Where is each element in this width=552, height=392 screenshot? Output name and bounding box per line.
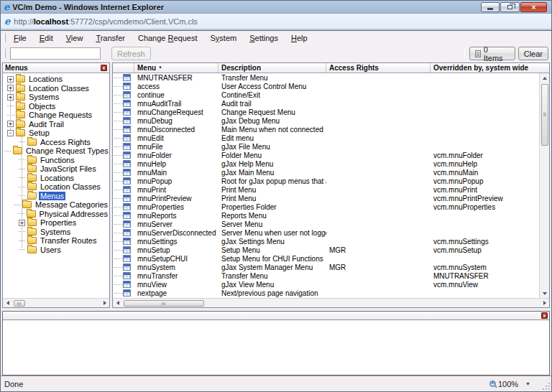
- minimize-button[interactable]: [481, 2, 500, 12]
- menu-edit[interactable]: Edit: [33, 32, 60, 44]
- table-row[interactable]: mnuPropertiesProperties Foldervcm.mnuPro…: [113, 202, 539, 211]
- tree-item-systems[interactable]: +Systems: [3, 93, 109, 102]
- table-row[interactable]: mnuPrintPrint Menuvcm.mnuPrint: [113, 185, 539, 194]
- menu-grid-icon: [123, 169, 131, 176]
- table-row[interactable]: mnuServerDisconnectedServer Menu when us…: [113, 228, 539, 237]
- tree-item-transfer-routes[interactable]: Transfer Routes: [3, 236, 109, 246]
- table-row[interactable]: mnuChangeRequestChange Request Menu: [113, 108, 539, 116]
- tree-item-change-requests[interactable]: Change Requests: [3, 111, 109, 120]
- items-count-button[interactable]: 0 Items: [469, 47, 515, 60]
- tree-line: [114, 293, 123, 294]
- scroll-right-button[interactable]: [540, 299, 549, 308]
- tree-panel-close-icon[interactable]: x: [101, 65, 107, 71]
- menu-file[interactable]: File: [7, 32, 33, 44]
- tree-item-properties[interactable]: +Properties: [3, 218, 109, 228]
- tree-item-users[interactable]: Users: [3, 246, 109, 255]
- menu-system[interactable]: System: [204, 32, 244, 44]
- column-header-menu[interactable]: Menu ▼: [134, 63, 218, 73]
- table-row[interactable]: mnuPopupRoot for gJax popup menus that a…: [113, 177, 539, 185]
- table-row[interactable]: mnuViewgJax View Menuvcm.mnuView: [113, 280, 539, 289]
- menu-change-request[interactable]: Change Request: [132, 32, 204, 44]
- close-button[interactable]: ×: [520, 2, 547, 12]
- row-icon-cell: [113, 255, 134, 262]
- cell-overridden-by: MNUTRANSFER: [431, 272, 539, 280]
- table-row[interactable]: mnuSystemgJax System Manager MenuMGRvcm.…: [113, 263, 539, 271]
- scrollbar-thumb[interactable]: [124, 300, 204, 307]
- expand-icon[interactable]: +: [19, 220, 25, 226]
- scroll-right-button[interactable]: [100, 299, 109, 308]
- grid-horizontal-scrollbar[interactable]: [113, 298, 549, 307]
- table-row[interactable]: MNUTRANSFERTransfer Menu: [113, 73, 539, 82]
- column-header-access-rights[interactable]: Access Rights: [326, 63, 431, 73]
- tree-item-menus[interactable]: Menus: [3, 192, 109, 201]
- table-row[interactable]: accessUser Access Control Menu: [113, 82, 539, 90]
- tree-line: [114, 284, 123, 285]
- clear-button[interactable]: Clear: [518, 47, 548, 60]
- menu-settings[interactable]: Settings: [243, 32, 285, 44]
- tree-item-location-classes[interactable]: Location Classes: [3, 182, 109, 192]
- cell-description: Server Menu: [218, 220, 326, 228]
- zoom-control[interactable]: 100% ▼: [489, 380, 530, 388]
- tree-item-locations[interactable]: +Locations: [3, 75, 109, 84]
- scrollbar-thumb[interactable]: [541, 84, 548, 146]
- cell-menu-name: mnuFile: [134, 143, 218, 151]
- tree-item-change-request-types[interactable]: Change Request Types: [3, 146, 109, 156]
- tree-item-audit-trail[interactable]: +Audit Trail: [3, 120, 109, 129]
- address-bar[interactable]: e http://localhost:57772/csp/vcmdemo/Cli…: [1, 14, 551, 29]
- grid-vertical-scrollbar[interactable]: [539, 73, 549, 298]
- table-row[interactable]: mnuPrintPreviewPrint Menuvcm.mnuPrintPre…: [113, 194, 539, 202]
- detail-panel-close-icon[interactable]: x: [541, 312, 548, 319]
- table-row[interactable]: continueContine/Exit: [113, 90, 539, 99]
- table-row[interactable]: mnuEditEdit menu: [113, 134, 539, 142]
- ie-icon-address: e: [4, 17, 10, 26]
- restore-button[interactable]: [500, 2, 520, 12]
- table-row[interactable]: mnuServerServer Menu: [113, 220, 539, 228]
- resize-grip[interactable]: [548, 388, 550, 390]
- scrollbar-thumb[interactable]: [14, 300, 25, 307]
- table-row[interactable]: mnuFilegJax File Menu: [113, 142, 539, 151]
- expand-icon[interactable]: +: [7, 85, 14, 91]
- table-row[interactable]: mnuSetupCHUISetup Menu for CHUI Function…: [113, 254, 539, 263]
- tree-horizontal-scrollbar[interactable]: [3, 298, 109, 307]
- table-row[interactable]: mnuFolderFolder Menuvcm.mnuFolder: [113, 151, 539, 159]
- expand-icon[interactable]: +: [7, 94, 14, 101]
- table-row[interactable]: mnuReportsReports Menu: [113, 211, 539, 220]
- tree-item-setup[interactable]: -Setup: [3, 129, 109, 138]
- refresh-button[interactable]: Refresh: [111, 47, 151, 60]
- collapse-icon[interactable]: -: [7, 130, 14, 136]
- tree-item-javascript-files[interactable]: JavaScript Files: [3, 164, 109, 174]
- scroll-left-button[interactable]: [3, 299, 12, 308]
- table-row[interactable]: mnuMaingJax Main Menuvcm.mnuMain: [113, 168, 539, 177]
- menu-view[interactable]: View: [60, 32, 90, 44]
- scroll-up-button[interactable]: [540, 73, 549, 83]
- column-header-icon[interactable]: [113, 63, 134, 73]
- menu-help[interactable]: Help: [285, 32, 314, 44]
- tree-item-objects[interactable]: Objects: [3, 102, 109, 111]
- table-row[interactable]: mnuSettingsgJax Settings Menuvcm.mnuSett…: [113, 237, 539, 246]
- search-input[interactable]: [10, 47, 101, 60]
- menu-transfer[interactable]: Transfer: [89, 32, 132, 44]
- table-row[interactable]: nextpageNext/previous page navigation: [113, 289, 539, 297]
- tree-item-access-rights[interactable]: Access Rights: [3, 138, 109, 147]
- table-row[interactable]: mnuAuditTrailAudit trail: [113, 99, 539, 108]
- cell-description: User Access Control Menu: [218, 83, 326, 90]
- zoom-dropdown-icon[interactable]: ▼: [525, 381, 530, 386]
- scroll-down-button[interactable]: [540, 289, 549, 298]
- scroll-left-button[interactable]: [113, 299, 122, 308]
- folder-icon: [16, 129, 25, 136]
- tree-item-message-categories[interactable]: Message Categories: [3, 200, 109, 210]
- tree-item-physical-addresses[interactable]: Physical Addresses: [3, 210, 109, 219]
- tree-item-systems[interactable]: Systems: [3, 228, 109, 237]
- table-row[interactable]: mnuHelpgJax Help Menuvcm.mnuHelp: [113, 159, 539, 168]
- expand-icon[interactable]: +: [7, 121, 14, 127]
- column-header-overridden[interactable]: Overridden by, system wide: [431, 63, 549, 73]
- column-header-description[interactable]: Description: [218, 63, 326, 73]
- tree-item-functions[interactable]: Functions: [3, 156, 109, 165]
- tree-item-location-classes[interactable]: +Location Classes: [3, 84, 109, 93]
- table-row[interactable]: mnuSetupSetup MenuMGRvcm.mnuSetup: [113, 246, 539, 254]
- table-row[interactable]: mnuDisconnectedMain Menu when not connec…: [113, 125, 539, 134]
- table-row[interactable]: mnuTransferTransfer MenuMNUTRANSFER: [113, 271, 539, 280]
- expand-icon[interactable]: +: [7, 76, 14, 83]
- tree-item-locations[interactable]: Locations: [3, 174, 109, 183]
- table-row[interactable]: mnuDebuggJax Debug Menu: [113, 116, 539, 125]
